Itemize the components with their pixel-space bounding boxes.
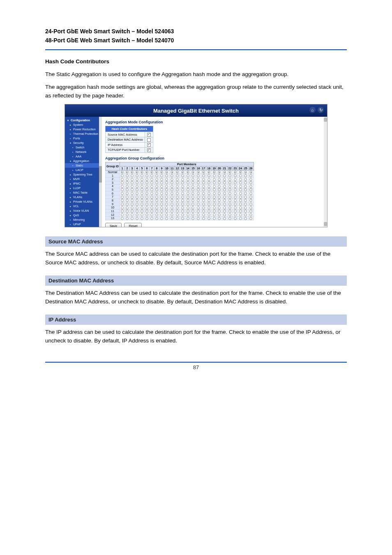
port-radio[interactable] <box>213 206 216 209</box>
port-radio[interactable] <box>197 192 200 195</box>
port-radio[interactable] <box>249 178 252 181</box>
port-radio[interactable] <box>160 171 163 173</box>
port-radio[interactable] <box>187 181 189 184</box>
sidebar-item-ipmc[interactable]: ▸IPMC <box>65 181 102 186</box>
port-radio[interactable] <box>244 171 247 173</box>
port-radio[interactable] <box>126 178 129 181</box>
port-radio[interactable] <box>121 206 124 209</box>
port-radio[interactable] <box>141 171 143 173</box>
port-radio[interactable] <box>249 210 252 213</box>
port-radio[interactable] <box>121 199 124 202</box>
port-radio[interactable] <box>234 185 237 188</box>
port-radio[interactable] <box>160 178 163 181</box>
port-radio[interactable] <box>136 188 138 191</box>
port-radio[interactable] <box>160 217 163 220</box>
port-radio[interactable] <box>136 181 138 184</box>
port-radio[interactable] <box>145 181 148 184</box>
hash-checkbox[interactable] <box>147 143 151 147</box>
port-radio[interactable] <box>176 178 179 181</box>
port-radio[interactable] <box>244 217 247 220</box>
port-radio[interactable] <box>239 196 242 199</box>
port-radio[interactable] <box>121 203 124 206</box>
port-radio[interactable] <box>228 213 231 216</box>
port-radio[interactable] <box>171 203 173 206</box>
port-radio[interactable] <box>145 213 148 216</box>
port-radio[interactable] <box>208 171 210 173</box>
port-radio[interactable] <box>141 199 143 202</box>
port-radio[interactable] <box>239 185 242 188</box>
port-radio[interactable] <box>202 196 205 199</box>
port-radio[interactable] <box>176 217 179 220</box>
port-radio[interactable] <box>187 199 189 202</box>
port-radio[interactable] <box>249 196 252 199</box>
port-radio[interactable] <box>165 178 168 181</box>
port-radio[interactable] <box>208 174 210 177</box>
port-radio[interactable] <box>155 196 158 199</box>
port-radio[interactable] <box>160 185 163 188</box>
port-radio[interactable] <box>208 213 210 216</box>
port-radio[interactable] <box>131 217 134 220</box>
sidebar-scroll-thumb[interactable] <box>99 166 102 183</box>
port-radio[interactable] <box>202 178 205 181</box>
sidebar-item-aaa[interactable]: •AAA <box>65 154 102 159</box>
port-radio[interactable] <box>191 199 194 202</box>
port-radio[interactable] <box>165 185 168 188</box>
port-radio[interactable] <box>155 171 158 173</box>
port-radio[interactable] <box>155 188 158 191</box>
port-radio[interactable] <box>171 185 173 188</box>
port-radio[interactable] <box>191 188 194 191</box>
port-radio[interactable] <box>228 203 231 206</box>
port-radio[interactable] <box>131 213 134 216</box>
port-radio[interactable] <box>213 188 216 191</box>
port-radio[interactable] <box>150 171 153 173</box>
port-radio[interactable] <box>126 210 129 213</box>
port-radio[interactable] <box>249 181 252 184</box>
port-radio[interactable] <box>191 203 194 206</box>
port-radio[interactable] <box>239 199 242 202</box>
port-radio[interactable] <box>202 217 205 220</box>
port-radio[interactable] <box>155 199 158 202</box>
port-radio[interactable] <box>197 181 200 184</box>
port-radio[interactable] <box>121 188 124 191</box>
port-radio[interactable] <box>160 181 163 184</box>
port-radio[interactable] <box>223 210 226 213</box>
port-radio[interactable] <box>145 217 148 220</box>
port-radio[interactable] <box>213 181 216 184</box>
port-radio[interactable] <box>165 203 168 206</box>
port-radio[interactable] <box>208 199 210 202</box>
port-radio[interactable] <box>165 192 168 195</box>
port-radio[interactable] <box>160 188 163 191</box>
port-radio[interactable] <box>218 206 221 209</box>
save-button[interactable]: Save <box>105 223 122 227</box>
port-radio[interactable] <box>155 213 158 216</box>
port-radio[interactable] <box>187 217 189 220</box>
port-radio[interactable] <box>145 196 148 199</box>
port-radio[interactable] <box>249 206 252 209</box>
port-radio[interactable] <box>228 174 231 177</box>
port-radio[interactable] <box>171 181 173 184</box>
port-radio[interactable] <box>197 185 200 188</box>
port-radio[interactable] <box>155 203 158 206</box>
port-radio[interactable] <box>218 185 221 188</box>
port-radio[interactable] <box>171 178 173 181</box>
port-radio[interactable] <box>239 206 242 209</box>
port-radio[interactable] <box>208 188 210 191</box>
port-radio[interactable] <box>234 181 237 184</box>
port-radio[interactable] <box>202 213 205 216</box>
port-radio[interactable] <box>239 217 242 220</box>
port-radio[interactable] <box>160 192 163 195</box>
port-radio[interactable] <box>155 174 158 177</box>
port-radio[interactable] <box>213 213 216 216</box>
port-radio[interactable] <box>202 206 205 209</box>
port-radio[interactable] <box>136 206 138 209</box>
sidebar-item-security[interactable]: ▾Security <box>65 141 102 145</box>
port-radio[interactable] <box>202 181 205 184</box>
port-radio[interactable] <box>150 210 153 213</box>
port-radio[interactable] <box>228 171 231 173</box>
port-radio[interactable] <box>141 196 143 199</box>
port-radio[interactable] <box>155 178 158 181</box>
port-radio[interactable] <box>244 206 247 209</box>
port-radio[interactable] <box>155 210 158 213</box>
port-radio[interactable] <box>155 192 158 195</box>
port-radio[interactable] <box>181 203 184 206</box>
